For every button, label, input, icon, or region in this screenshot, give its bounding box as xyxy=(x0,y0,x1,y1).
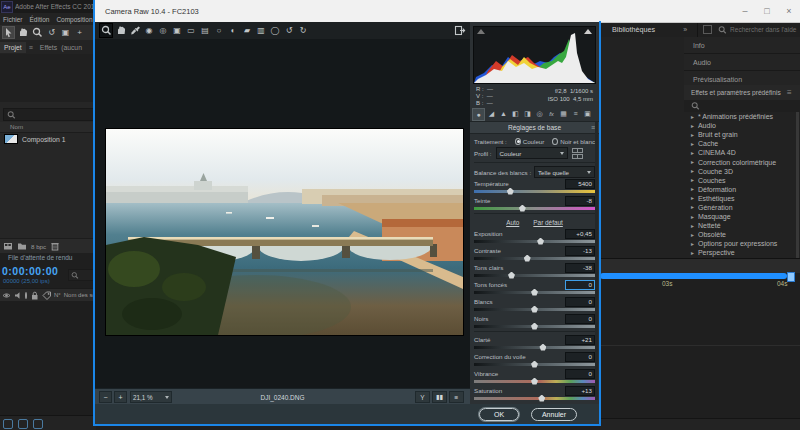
timeline-playhead[interactable] xyxy=(787,272,795,282)
maximize-icon[interactable]: □ xyxy=(756,0,778,22)
minimize-icon[interactable]: – xyxy=(734,0,756,22)
targeted-adjustment-tool-icon[interactable]: ◎ xyxy=(157,24,169,37)
slider-thumb[interactable] xyxy=(507,188,514,195)
slider-track[interactable] xyxy=(474,363,595,366)
menu-edition[interactable]: Édition xyxy=(30,16,50,23)
column-source-name[interactable]: Nom des so xyxy=(64,292,96,298)
zoom-level-select[interactable]: 21,1 % xyxy=(130,391,172,403)
split-toning-tab-icon[interactable]: ◨ xyxy=(522,108,533,119)
footage-icon[interactable] xyxy=(3,241,13,251)
effects-category-item[interactable]: ►Cache xyxy=(684,139,800,148)
slider-value-field[interactable]: +21 xyxy=(565,335,595,345)
slider-thumb[interactable] xyxy=(538,395,545,402)
effects-category-item[interactable]: ►Correction colorimétrique xyxy=(684,157,800,166)
tab-projet[interactable]: Projet xyxy=(0,42,26,53)
hand-tool-icon[interactable] xyxy=(115,24,127,37)
chevron-right-icon[interactable]: ► xyxy=(690,214,695,220)
pan-behind-tool-icon[interactable]: + xyxy=(74,27,85,38)
slider-track[interactable] xyxy=(474,240,595,243)
chevron-right-icon[interactable]: ► xyxy=(690,114,695,120)
slider-thumb[interactable] xyxy=(524,255,531,262)
zoom-out-button[interactable]: − xyxy=(99,391,112,403)
hand-tool-icon[interactable] xyxy=(18,27,29,38)
preview-settings-menu[interactable]: ≡ xyxy=(449,391,464,403)
adjustment-brush-tool-icon[interactable]: ▰ xyxy=(241,24,253,37)
slider-thumb[interactable] xyxy=(531,306,538,313)
chevron-right-icon[interactable]: ► xyxy=(690,241,695,247)
slider-value-field[interactable]: 0 xyxy=(565,280,595,290)
solo-icon[interactable] xyxy=(25,292,27,299)
column-number[interactable]: N° xyxy=(54,292,61,298)
slider-value-field[interactable]: +0,45 xyxy=(565,229,595,239)
white-balance-tool-icon[interactable] xyxy=(129,24,141,37)
cancel-button[interactable]: Annuler xyxy=(531,408,577,421)
slider-value-field[interactable]: 0 xyxy=(565,314,595,324)
tone-curve-tab-icon[interactable]: ◢ xyxy=(486,108,497,119)
chevron-right-icon[interactable]: ► xyxy=(690,123,695,129)
effects-category-item[interactable]: ►* Animations prédéfinies xyxy=(684,112,800,121)
ok-button[interactable]: OK xyxy=(479,408,519,421)
effects-category-item[interactable]: ►Couches xyxy=(684,176,800,185)
slider-value-field[interactable]: 0 xyxy=(565,297,595,307)
radial-filter-tool-icon[interactable]: ◯ xyxy=(269,24,281,37)
slider-track[interactable] xyxy=(474,291,595,294)
chevron-right-icon[interactable]: ► xyxy=(690,159,695,165)
slider-track[interactable] xyxy=(474,397,595,400)
close-icon[interactable]: × xyxy=(778,0,800,22)
workspace-icon[interactable] xyxy=(703,25,712,34)
chevron-right-icon[interactable]: ► xyxy=(690,141,695,147)
shadow-clipping-icon[interactable] xyxy=(477,29,485,34)
panel-menu-icon[interactable]: ≡ xyxy=(787,88,792,97)
slider-track[interactable] xyxy=(474,207,595,210)
effects-category-item[interactable]: ►Déformation xyxy=(684,185,800,194)
graduated-filter-tool-icon[interactable]: ▥ xyxy=(255,24,267,37)
histogram[interactable] xyxy=(473,26,596,84)
detail-tab-icon[interactable]: ▲ xyxy=(498,108,509,119)
white-balance-select[interactable]: Telle quelle xyxy=(534,166,595,178)
slider-track[interactable] xyxy=(474,190,595,193)
panel-scrollbar[interactable] xyxy=(595,122,598,400)
menu-fichier[interactable]: Fichier xyxy=(3,16,23,23)
selection-tool-icon[interactable] xyxy=(2,26,15,39)
chevron-right-icon[interactable]: ► xyxy=(690,232,695,238)
effects-category-item[interactable]: ►Perspective xyxy=(684,248,800,257)
spot-removal-tool-icon[interactable]: ○ xyxy=(213,24,225,37)
tab-overflow-chevrons[interactable]: » xyxy=(683,26,687,33)
before-after-toggle[interactable]: Y xyxy=(415,391,430,403)
label-icon[interactable] xyxy=(42,291,51,300)
bpc-label[interactable]: 8 bpc xyxy=(31,243,46,250)
slider-track[interactable] xyxy=(474,325,595,328)
transform-tool-icon[interactable]: ▤ xyxy=(199,24,211,37)
panel-audio[interactable]: Audio xyxy=(684,54,800,71)
slider-thumb[interactable] xyxy=(531,323,538,330)
auto-link[interactable]: Auto xyxy=(506,219,519,226)
effects-category-item[interactable]: ►Couche 3D xyxy=(684,167,800,176)
chevron-right-icon[interactable]: ► xyxy=(690,223,695,229)
timeline-search-field[interactable] xyxy=(68,269,94,281)
rotate-right-icon[interactable]: ↻ xyxy=(297,24,309,37)
audio-icon[interactable] xyxy=(14,291,22,300)
timeline-toggle-icon-1[interactable] xyxy=(3,419,13,429)
zoom-in-button[interactable]: + xyxy=(114,391,127,403)
split-view-toggle[interactable]: ▮▮ xyxy=(432,391,447,403)
slider-track[interactable] xyxy=(474,274,595,277)
radio-noir-et-blanc[interactable] xyxy=(552,138,558,145)
lens-corrections-tab-icon[interactable]: ◎ xyxy=(534,108,545,119)
chevron-right-icon[interactable]: ► xyxy=(690,150,695,156)
slider-thumb[interactable] xyxy=(531,289,538,296)
camera-tool-icon[interactable]: ▣ xyxy=(60,27,71,38)
rotate-left-icon[interactable]: ↺ xyxy=(283,24,295,37)
lock-icon[interactable] xyxy=(30,291,39,300)
slider-value-field[interactable]: 0 xyxy=(565,352,595,362)
red-eye-tool-icon[interactable]: ◐ xyxy=(227,24,239,37)
panel-menu-icon[interactable]: ≡ xyxy=(29,44,33,51)
slider-value-field[interactable]: -38 xyxy=(565,263,595,273)
default-link[interactable]: Par défaut xyxy=(533,219,563,226)
profile-select[interactable]: Couleur xyxy=(496,147,568,159)
straighten-tool-icon[interactable]: ▭ xyxy=(185,24,197,37)
slider-thumb[interactable] xyxy=(539,344,546,351)
effects-category-item[interactable]: ►Esthétiques xyxy=(684,194,800,203)
timecode-display[interactable]: 0:00:00:00 xyxy=(2,265,58,277)
slider-value-field[interactable]: -13 xyxy=(565,246,595,256)
panel-info[interactable]: Info xyxy=(684,37,800,54)
